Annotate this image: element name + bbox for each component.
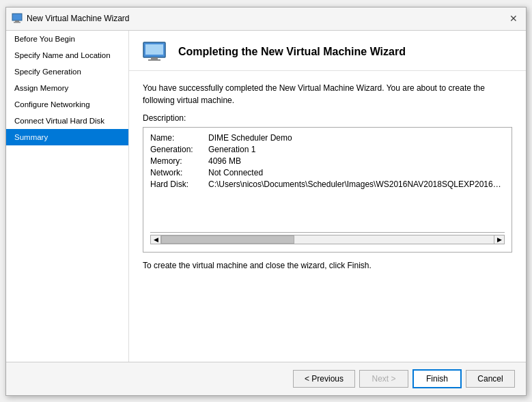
header-section: Completing the New Virtual Machine Wizar… [129, 31, 526, 71]
svg-rect-0 [12, 14, 22, 20]
sidebar-item-summary[interactable]: Summary [6, 129, 128, 145]
scroll-track[interactable] [161, 235, 494, 244]
description-label: Description: [143, 113, 512, 123]
svg-rect-1 [15, 20, 19, 22]
desc-key-memory: Memory: [150, 156, 208, 166]
sidebar-item-configure-networking[interactable]: Configure Networking [6, 96, 128, 113]
close-button[interactable]: ✕ [507, 12, 520, 25]
desc-row-network: Network: Not Connected [150, 168, 505, 177]
finish-text: To create the virtual machine and close … [143, 261, 512, 270]
sidebar-item-assign-memory[interactable]: Assign Memory [6, 80, 128, 96]
main-panel: Completing the New Virtual Machine Wizar… [129, 31, 526, 362]
scroll-left-button[interactable]: ◀ [150, 235, 161, 244]
svg-rect-2 [14, 22, 20, 23]
desc-row-hard-disk: Hard Disk: C:\Users\nicos\Documents\Sche… [150, 180, 505, 189]
desc-row-memory: Memory: 4096 MB [150, 156, 505, 166]
title-bar: New Virtual Machine Wizard ✕ [6, 8, 526, 31]
svg-rect-6 [148, 59, 160, 61]
intro-text: You have successfully completed the New … [143, 82, 512, 106]
next-button: Next > [359, 370, 408, 388]
page-title: Completing the New Virtual Machine Wizar… [178, 46, 406, 58]
desc-val-memory: 4096 MB [208, 156, 241, 166]
desc-key-generation: Generation: [150, 145, 208, 154]
monitor-icon [12, 13, 23, 24]
description-box: Name: DIME Scheduler Demo Generation: Ge… [143, 127, 512, 253]
window: New Virtual Machine Wizard ✕ Before You … [5, 7, 527, 396]
sidebar-item-specify-generation[interactable]: Specify Generation [6, 63, 128, 80]
svg-rect-4 [145, 44, 163, 55]
previous-button[interactable]: < Previous [293, 370, 355, 388]
desc-val-generation: Generation 1 [208, 145, 255, 154]
body-section: You have successfully completed the New … [129, 71, 526, 362]
scroll-right-button[interactable]: ▶ [494, 235, 505, 244]
desc-key-name: Name: [150, 133, 208, 143]
svg-rect-5 [151, 57, 158, 59]
desc-key-network: Network: [150, 168, 208, 177]
wizard-header-icon [143, 42, 169, 62]
title-bar-text: New Virtual Machine Wizard [27, 14, 507, 23]
desc-val-hard-disk: C:\Users\nicos\Documents\Scheduler\Image… [208, 180, 505, 189]
content-area: Before You Begin Specify Name and Locati… [6, 31, 526, 362]
horizontal-scrollbar[interactable]: ◀ ▶ [150, 232, 505, 246]
desc-val-name: DIME Scheduler Demo [208, 133, 292, 143]
sidebar: Before You Begin Specify Name and Locati… [6, 31, 129, 362]
scroll-thumb[interactable] [161, 235, 294, 244]
cancel-button[interactable]: Cancel [466, 370, 515, 388]
sidebar-item-specify-name[interactable]: Specify Name and Location [6, 47, 128, 63]
footer: < Previous Next > Finish Cancel [6, 362, 526, 395]
sidebar-item-connect-hard-disk[interactable]: Connect Virtual Hard Disk [6, 113, 128, 129]
desc-val-network: Not Connected [208, 168, 263, 177]
sidebar-item-before-you-begin[interactable]: Before You Begin [6, 31, 128, 47]
desc-key-hard-disk: Hard Disk: [150, 180, 208, 189]
finish-button[interactable]: Finish [412, 369, 462, 388]
desc-row-name: Name: DIME Scheduler Demo [150, 133, 505, 143]
desc-row-generation: Generation: Generation 1 [150, 145, 505, 154]
